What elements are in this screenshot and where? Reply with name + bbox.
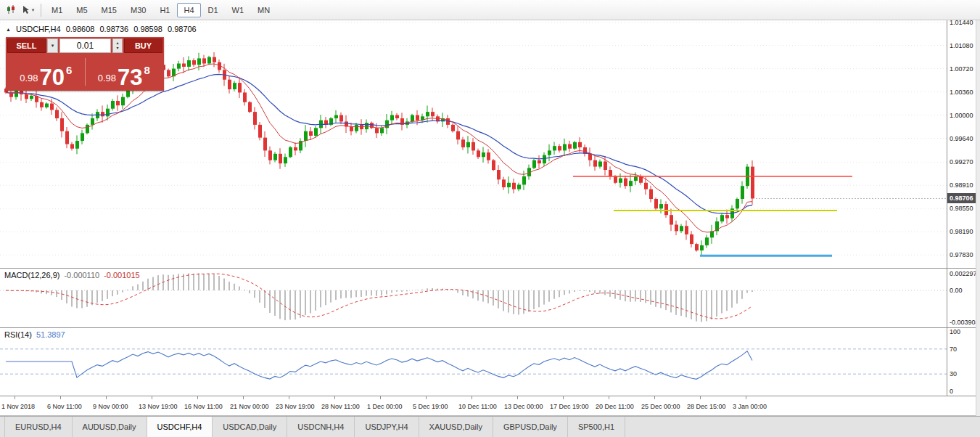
time-axis-label: 3 Jan 00:00 <box>733 403 767 410</box>
main-chart-panel: ▲ USDCHF,H4 0.98608 0.98736 0.98598 0.98… <box>0 20 976 269</box>
volume-input[interactable] <box>59 38 111 53</box>
workspace: ▲ USDCHF,H4 0.98608 0.98736 0.98598 0.98… <box>0 20 976 416</box>
time-axis[interactable]: 1 Nov 20186 Nov 11:009 Nov 00:0013 Nov 1… <box>0 396 976 416</box>
chart-tab-usdjpy-h4[interactable]: USDJPY,H4 <box>355 417 419 437</box>
time-axis-label: 5 Dec 19:00 <box>413 403 448 410</box>
timeframe-button-mn[interactable]: MN <box>251 3 276 17</box>
time-axis-tick <box>700 396 701 399</box>
time-axis-tick <box>746 396 746 399</box>
macd-scale: 0.0022970.00-0.003904 <box>947 269 976 327</box>
timeframe-button-m30[interactable]: M30 <box>124 3 152 17</box>
price-scale-label: 0.99270 <box>950 158 973 166</box>
time-axis-label: 9 Nov 00:00 <box>93 403 128 410</box>
price-scale-label: 0.97830 <box>950 251 973 258</box>
price-scale[interactable]: 0.98706 1.014401.010801.007201.003601.00… <box>947 20 976 268</box>
time-axis-tick <box>334 396 335 399</box>
rsi-label: RSI(14) 51.3897 <box>4 330 65 339</box>
symbol-ohlc-label: ▲ USDCHF,H4 0.98608 0.98736 0.98598 0.98… <box>6 25 197 33</box>
time-axis-label: 1 Nov 2018 <box>1 403 35 410</box>
time-axis-tick <box>609 396 609 399</box>
macd-name: MACD(12,26,9) <box>4 271 59 279</box>
time-axis-tick <box>472 396 472 399</box>
macd-scale-label: 0.002297 <box>950 270 976 277</box>
buy-price-pipette: 8 <box>144 64 149 76</box>
volume-down-button[interactable]: ▾ <box>116 46 118 51</box>
price-scale-label: 0.98550 <box>950 205 973 212</box>
buy-price[interactable]: 0.98 73 8 <box>86 54 163 89</box>
timeframe-toolbar: M1M5M15M30H1H4D1W1MN <box>45 3 276 17</box>
candlestick-glyph <box>7 5 16 15</box>
buy-price-prefix: 0.98 <box>98 73 116 83</box>
time-axis-label: 13 Nov 19:00 <box>139 403 178 410</box>
volume-spinner[interactable]: ▴ ▾ <box>112 38 123 53</box>
timeframe-button-h4[interactable]: H4 <box>177 3 200 17</box>
ohlc-close: 0.98706 <box>168 25 197 33</box>
current-price-badge: 0.98706 <box>947 193 976 203</box>
time-axis-label: 23 Nov 19:00 <box>276 403 315 410</box>
symbol-marker-icon: ▲ <box>6 27 11 32</box>
trade-controls-row: SELL ▾ ▴ ▾ BUY <box>7 38 162 53</box>
price-scale-label: 1.01080 <box>950 42 973 49</box>
time-axis-tick <box>152 396 152 399</box>
ohlc-low: 0.98598 <box>133 25 162 33</box>
macd-value-signal: -0.001015 <box>104 271 140 279</box>
sell-price-prefix: 0.98 <box>20 73 38 83</box>
time-axis-tick <box>60 396 61 399</box>
chart-tab-usdchf-h4[interactable]: USDCHF,H4 <box>147 417 213 437</box>
time-axis-label: 25 Dec 00:00 <box>641 403 680 410</box>
chart-tab-bar: EURUSD,H4AUDUSD,DailyUSDCHF,H4USDCAD,Dai… <box>0 416 980 437</box>
ohlc-high: 0.98736 <box>99 25 128 33</box>
volume-up-button[interactable]: ▴ <box>116 41 118 46</box>
timeframe-button-m15[interactable]: M15 <box>95 3 123 17</box>
chart-tab-sp500-h1[interactable]: SP500,H1 <box>568 417 625 437</box>
macd-label: MACD(12,26,9) -0.000110 -0.001015 <box>4 271 140 279</box>
chart-tab-usdcad-daily[interactable]: USDCAD,Daily <box>213 417 287 437</box>
time-axis-tick <box>654 396 655 399</box>
sell-button[interactable]: SELL <box>7 38 46 53</box>
time-axis-tick <box>243 396 244 399</box>
rsi-value: 51.3897 <box>36 330 65 339</box>
buy-button[interactable]: BUY <box>124 38 162 53</box>
price-scale-label: 0.99640 <box>950 135 973 142</box>
vertical-scrollbar[interactable] <box>976 20 980 416</box>
timeframe-button-m5[interactable]: M5 <box>70 3 94 17</box>
timeframe-button-d1[interactable]: D1 <box>202 3 225 17</box>
chart-tab-xauusd-daily[interactable]: XAUUSD,Daily <box>419 417 493 437</box>
chart-tools-dropdown[interactable]: ▾ <box>20 2 37 17</box>
rsi-canvas[interactable] <box>0 328 947 396</box>
chart-tab-usdcnh-h4[interactable]: USDCNH,H4 <box>287 417 355 437</box>
one-click-trading-panel: SELL ▾ ▴ ▾ BUY 0.98 70 6 <box>6 37 164 91</box>
timeframe-button-w1[interactable]: W1 <box>226 3 251 17</box>
timeframe-button-h1[interactable]: H1 <box>153 3 176 17</box>
price-scale-label: 1.01440 <box>950 20 973 26</box>
price-scale-label: 1.00000 <box>950 112 973 119</box>
chart-tab-gbpusd-daily[interactable]: GBPUSD,Daily <box>493 417 568 437</box>
timeframe-button-m1[interactable]: M1 <box>45 3 69 17</box>
time-axis-label: 10 Dec 11:00 <box>458 403 497 410</box>
chart-icon[interactable] <box>2 2 20 17</box>
time-axis-label: 6 Nov 11:00 <box>47 403 82 410</box>
volume-dropdown-button[interactable]: ▾ <box>47 38 58 53</box>
price-scale-label: 1.00720 <box>950 65 973 73</box>
sell-price[interactable]: 0.98 70 6 <box>7 54 85 89</box>
toolbar-separator <box>41 4 41 17</box>
rsi-scale-label: 30 <box>950 370 957 377</box>
time-axis-label: 1 Dec 00:00 <box>367 403 403 410</box>
macd-scale-label: -0.003904 <box>950 319 976 326</box>
price-scale-label: 0.98910 <box>950 181 973 189</box>
rsi-panel: RSI(14) 51.3897 10070300 <box>0 328 976 396</box>
top-toolbar: ▾ M1M5M15M30H1H4D1W1MN <box>0 0 980 20</box>
sell-price-pipette: 6 <box>66 64 72 76</box>
time-axis-label: 17 Dec 19:00 <box>550 403 589 410</box>
chart-tab-eurusd-h4[interactable]: EURUSD,H4 <box>4 417 73 437</box>
rsi-name: RSI(14) <box>4 330 32 339</box>
ohlc-open: 0.98608 <box>66 25 95 33</box>
chart-tab-audusd-daily[interactable]: AUDUSD,Daily <box>73 417 147 437</box>
time-axis-label: 28 Nov 11:00 <box>321 403 360 410</box>
price-scale-label: 0.98190 <box>950 228 973 235</box>
macd-value-main: -0.000110 <box>64 271 99 279</box>
trade-prices-row: 0.98 70 6 0.98 73 8 <box>7 54 162 89</box>
sell-price-pips: 70 <box>39 68 64 87</box>
macd-canvas[interactable] <box>0 269 947 327</box>
symbol-label: USDCHF,H4 <box>16 25 61 33</box>
